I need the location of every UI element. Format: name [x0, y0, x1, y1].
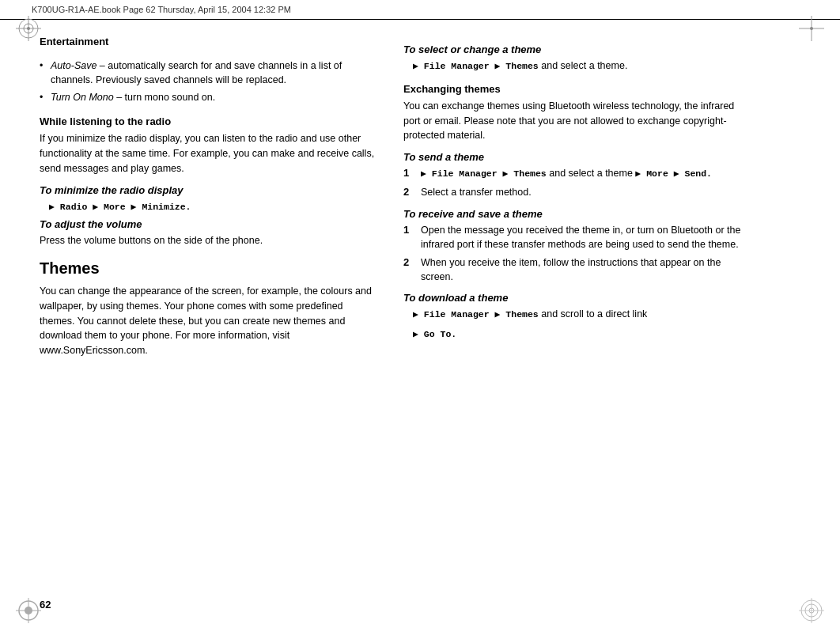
list-item: 1 Open the message you received the them… [403, 223, 744, 251]
left-column: Entertainment Auto-Save – automatically … [40, 36, 380, 610]
step1-nav: ▶ File Manager ▶ Themes [421, 168, 547, 179]
list-item: 2 Select a transfer method. [403, 185, 744, 200]
download-theme-nav2: ▶ Go To. [403, 327, 744, 342]
adjust-volume-body: Press the volume buttons on the side of … [40, 233, 380, 248]
download-theme-nav1: ▶ File Manager ▶ Themes and scroll to a … [403, 307, 744, 322]
exchanging-heading: Exchanging themes [403, 83, 744, 95]
receive-theme-steps: 1 Open the message you received the them… [403, 223, 744, 285]
term-autosave: Auto-Save [51, 60, 96, 71]
step1-more: ▶ More ▶ Send. [635, 168, 712, 179]
step-content: When you receive the item, follow the in… [421, 255, 744, 284]
download-nav-text1: ▶ File Manager ▶ Themes [413, 309, 539, 320]
step-num: 1 [403, 223, 414, 251]
minimize-nav-text: ▶ Radio ▶ More ▶ Minimize. [49, 202, 191, 212]
step-content: Open the message you received the theme … [421, 223, 744, 251]
corner-mark-tl [14, 14, 43, 43]
while-listening-body: If you minimize the radio display, you c… [40, 131, 380, 176]
term-mono: Turn On Mono [51, 92, 114, 103]
step-content: Select a transfer method. [421, 185, 744, 200]
page: K700UG-R1A-AE.book Page 62 Thursday, Apr… [0, 0, 840, 639]
exchanging-body: You can exchange themes using Bluetooth … [403, 99, 744, 143]
select-theme-nav-text: ▶ File Manager ▶ Themes [413, 61, 539, 71]
section-heading: Entertainment [40, 36, 380, 47]
right-column: To select or change a theme ▶ File Manag… [403, 36, 744, 610]
corner-mark-br [797, 596, 826, 625]
step-num: 2 [403, 185, 414, 200]
select-theme-heading: To select or change a theme [403, 43, 744, 55]
themes-heading: Themes [40, 259, 380, 278]
send-theme-heading: To send a theme [403, 151, 744, 163]
list-item: Turn On Mono – turn mono sound on. [40, 90, 380, 104]
send-theme-steps: 1 ▶ File Manager ▶ Themes and select a t… [403, 166, 744, 200]
step-num: 1 [403, 166, 414, 181]
step-content: ▶ File Manager ▶ Themes and select a the… [421, 166, 744, 181]
svg-point-4 [27, 27, 30, 30]
list-item: 2 When you receive the item, follow the … [403, 255, 744, 284]
bullet-list: Auto-Save – automatically search for and… [40, 59, 380, 104]
select-theme-nav-suffix: and select a theme. [539, 60, 628, 71]
download-nav-text2: ▶ Go To. [413, 329, 456, 339]
top-bar: K700UG-R1A-AE.book Page 62 Thursday, Apr… [0, 0, 840, 20]
adjust-volume-heading: To adjust the volume [40, 218, 380, 230]
select-theme-nav: ▶ File Manager ▶ Themes and select a the… [403, 59, 744, 74]
svg-point-7 [810, 27, 813, 30]
content-area: Entertainment Auto-Save – automatically … [0, 20, 840, 626]
step-num: 2 [403, 255, 414, 284]
mono-desc: – turn mono sound on. [114, 92, 216, 103]
corner-mark-bl [14, 596, 43, 625]
receive-theme-heading: To receive and save a theme [403, 208, 744, 220]
download-nav-suffix: and scroll to a direct link [539, 308, 648, 320]
list-item: 1 ▶ File Manager ▶ Themes and select a t… [403, 166, 744, 181]
while-listening-heading: While listening to the radio [40, 115, 380, 127]
download-theme-heading: To download a theme [403, 292, 744, 304]
minimize-nav: ▶ Radio ▶ More ▶ Minimize. [40, 199, 380, 214]
page-number: 62 [40, 599, 51, 611]
corner-mark-tr [797, 14, 826, 43]
topbar-text: K700UG-R1A-AE.book Page 62 Thursday, Apr… [32, 5, 291, 14]
minimize-heading: To minimize the radio display [40, 184, 380, 196]
list-item: Auto-Save – automatically search for and… [40, 59, 380, 87]
themes-body: You can change the appearance of the scr… [40, 284, 380, 358]
